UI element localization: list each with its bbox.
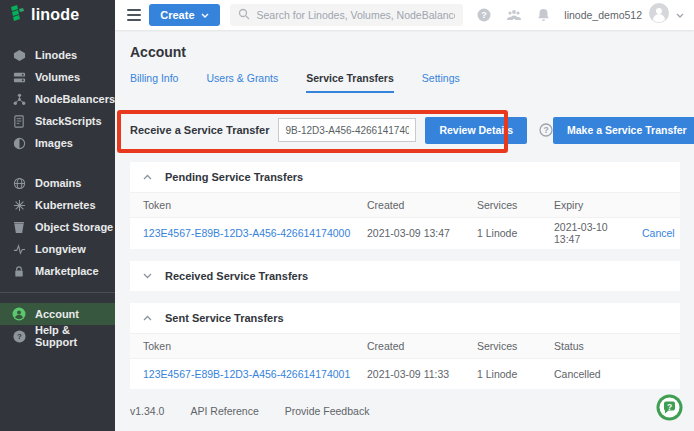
sent-transfers-panel: Sent Service Transfers Token Created Ser… bbox=[130, 303, 680, 390]
sidebar-item-account[interactable]: Account bbox=[0, 303, 115, 325]
sidebar-item-label: Linodes bbox=[35, 49, 77, 61]
sidebar-item-volumes[interactable]: Volumes bbox=[0, 66, 115, 88]
pending-transfers-panel: Pending Service Transfers Token Created … bbox=[130, 162, 680, 249]
domains-icon bbox=[12, 176, 26, 190]
longview-icon bbox=[12, 242, 26, 256]
sidebar-item-label: Longview bbox=[35, 243, 86, 255]
sidebar-item-label: StackScripts bbox=[35, 115, 102, 127]
created-cell: 2021-03-09 13:47 bbox=[361, 218, 471, 249]
volumes-icon bbox=[12, 70, 26, 84]
sidebar-item-label: Images bbox=[35, 137, 73, 149]
tab-bar: Billing Info Users & Grants Service Tran… bbox=[130, 72, 680, 93]
community-icon[interactable] bbox=[506, 9, 522, 22]
cancel-link[interactable]: Cancel bbox=[642, 227, 675, 239]
column-expiry: Expiry bbox=[548, 193, 636, 218]
column-created: Created bbox=[361, 333, 471, 358]
sidebar-item-label: Object Storage bbox=[35, 221, 113, 233]
sidebar-item-stackscripts[interactable]: StackScripts bbox=[0, 110, 115, 132]
sidebar: linode Linodes Volumes NodeBalancers Sta… bbox=[0, 0, 115, 431]
sent-transfers-header[interactable]: Sent Service Transfers bbox=[130, 303, 680, 333]
sidebar-item-linodes[interactable]: Linodes bbox=[0, 44, 115, 66]
svg-text:?: ? bbox=[543, 125, 548, 135]
tab-billing-info[interactable]: Billing Info bbox=[130, 72, 178, 93]
table-header-row: Token Created Services Expiry bbox=[130, 193, 680, 218]
sidebar-item-label: Account bbox=[35, 308, 79, 320]
user-menu[interactable]: linode_demo512 bbox=[564, 3, 684, 27]
sidebar-item-label: NodeBalancers bbox=[35, 93, 115, 105]
username: linode_demo512 bbox=[564, 9, 642, 21]
column-created: Created bbox=[361, 193, 471, 218]
create-button-label: Create bbox=[160, 9, 194, 21]
search-icon bbox=[238, 6, 250, 24]
notifications-bell-icon[interactable] bbox=[537, 8, 550, 22]
status-cell: Cancelled bbox=[548, 358, 680, 389]
services-cell: 1 Linode bbox=[471, 358, 548, 389]
chevron-down-icon bbox=[676, 13, 684, 18]
linode-logo-icon bbox=[10, 5, 25, 26]
logo-text: linode bbox=[31, 6, 79, 24]
marketplace-icon bbox=[12, 264, 26, 278]
expiry-cell: 2021-03-10 13:47 bbox=[548, 218, 636, 249]
page-title: Account bbox=[130, 44, 680, 60]
sidebar-item-object-storage[interactable]: Object Storage bbox=[0, 216, 115, 238]
column-services: Services bbox=[471, 333, 548, 358]
pending-transfers-header[interactable]: Pending Service Transfers bbox=[130, 162, 680, 192]
nodebalancers-icon bbox=[12, 92, 26, 106]
services-cell: 1 Linode bbox=[471, 218, 548, 249]
panel-title: Sent Service Transfers bbox=[165, 312, 284, 324]
sidebar-item-label: Volumes bbox=[35, 71, 80, 83]
sidebar-item-label: Help & Support bbox=[35, 324, 115, 348]
sidebar-item-domains[interactable]: Domains bbox=[0, 172, 115, 194]
token-link[interactable]: 123E4567-E89B-12D3-A456-426614174000 bbox=[143, 227, 350, 239]
table-row: 123E4567-E89B-12D3-A456-426614174001 202… bbox=[130, 358, 680, 389]
tab-service-transfers[interactable]: Service Transfers bbox=[306, 72, 394, 93]
sidebar-item-longview[interactable]: Longview bbox=[0, 238, 115, 260]
help-icon: ? bbox=[12, 329, 26, 343]
sidebar-divider bbox=[0, 292, 115, 293]
pending-transfers-table: Token Created Services Expiry 123E4567-E… bbox=[130, 192, 680, 249]
sidebar-item-nodebalancers[interactable]: NodeBalancers bbox=[0, 88, 115, 110]
sidebar-item-help-support[interactable]: ? Help & Support bbox=[0, 325, 115, 347]
panel-title: Received Service Transfers bbox=[165, 270, 308, 282]
provide-feedback-link[interactable]: Provide Feedback bbox=[285, 405, 370, 417]
chevron-down-icon bbox=[201, 13, 209, 18]
chevron-down-icon bbox=[143, 273, 152, 279]
panel-title: Pending Service Transfers bbox=[165, 171, 303, 183]
transfer-token-input[interactable] bbox=[278, 118, 416, 142]
api-reference-link[interactable]: API Reference bbox=[190, 405, 258, 417]
linodes-icon bbox=[12, 48, 26, 62]
object-storage-icon bbox=[12, 220, 26, 234]
table-header-row: Token Created Services Status bbox=[130, 333, 680, 358]
top-bar: Create ? linode_demo512 bbox=[115, 0, 694, 30]
transfer-help-icon[interactable]: ? bbox=[539, 123, 553, 137]
column-token: Token bbox=[130, 333, 361, 358]
sidebar-item-kubernetes[interactable]: Kubernetes bbox=[0, 194, 115, 216]
chevron-up-icon bbox=[143, 174, 152, 180]
receive-transfer-row: Receive a Service Transfer Review Detail… bbox=[130, 110, 680, 150]
create-button[interactable]: Create bbox=[149, 4, 219, 26]
received-transfers-header[interactable]: Received Service Transfers bbox=[130, 261, 680, 291]
column-services: Services bbox=[471, 193, 548, 218]
sidebar-item-label: Marketplace bbox=[35, 265, 99, 277]
received-transfers-panel: Received Service Transfers bbox=[130, 261, 680, 291]
table-row: 123E4567-E89B-12D3-A456-426614174000 202… bbox=[130, 218, 680, 249]
sidebar-item-label: Kubernetes bbox=[35, 199, 96, 211]
kubernetes-icon bbox=[12, 198, 26, 212]
main-content: Account Billing Info Users & Grants Serv… bbox=[115, 30, 694, 431]
sidebar-item-marketplace[interactable]: Marketplace bbox=[0, 260, 115, 282]
tab-users-grants[interactable]: Users & Grants bbox=[206, 72, 278, 93]
menu-icon[interactable] bbox=[127, 9, 141, 21]
sidebar-item-images[interactable]: Images bbox=[0, 132, 115, 154]
token-link[interactable]: 123E4567-E89B-12D3-A456-426614174001 bbox=[143, 368, 350, 380]
review-details-button[interactable]: Review Details bbox=[425, 117, 527, 144]
help-circle-icon[interactable]: ? bbox=[477, 8, 491, 22]
search-input[interactable] bbox=[257, 9, 456, 21]
make-transfer-button[interactable]: Make a Service Transfer bbox=[553, 117, 694, 144]
avatar bbox=[649, 3, 669, 27]
column-token: Token bbox=[130, 193, 361, 218]
search-bar[interactable] bbox=[230, 4, 464, 26]
receive-transfer-label: Receive a Service Transfer bbox=[130, 124, 269, 136]
linode-logo[interactable]: linode bbox=[0, 0, 115, 30]
tab-settings[interactable]: Settings bbox=[422, 72, 460, 93]
chat-help-button[interactable]: ? bbox=[656, 394, 683, 425]
